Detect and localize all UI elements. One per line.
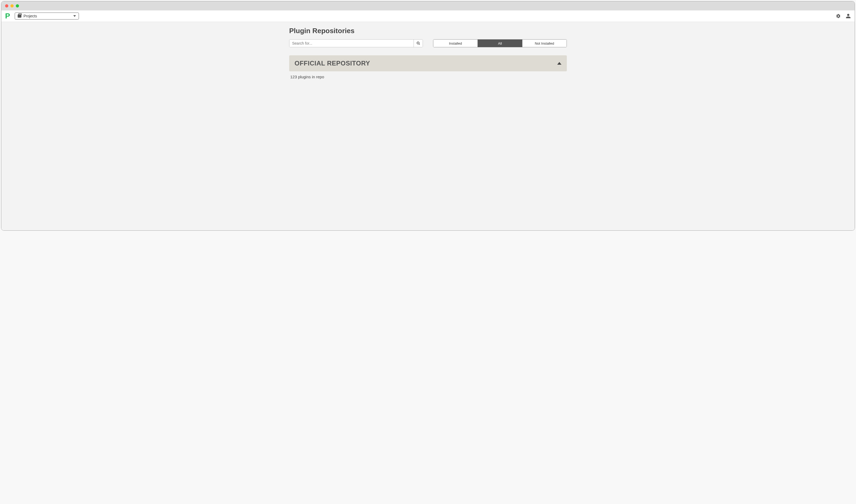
search-input[interactable] bbox=[289, 39, 414, 47]
search-icon bbox=[416, 41, 420, 45]
app-topbar: P Projects bbox=[1, 11, 855, 22]
section-heading: OFFICIAL REPOSITORY bbox=[294, 59, 370, 67]
window-close-dot[interactable] bbox=[5, 4, 8, 7]
search-group bbox=[289, 39, 423, 47]
window-minimize-dot[interactable] bbox=[11, 4, 14, 7]
caret-up-icon bbox=[557, 62, 562, 65]
user-profile-icon[interactable] bbox=[845, 13, 851, 19]
project-selector-label: Projects bbox=[23, 14, 37, 18]
chevron-down-icon bbox=[73, 15, 76, 17]
section-header[interactable]: OFFICIAL REPOSITORY bbox=[289, 55, 567, 71]
svg-point-0 bbox=[417, 42, 419, 44]
filter-row: Installed All Not Installed bbox=[289, 39, 567, 47]
content-area: Plugin Repositories Installed All Not In… bbox=[1, 22, 855, 230]
browser-titlebar bbox=[1, 1, 855, 11]
briefcase-icon bbox=[18, 14, 21, 18]
svg-line-1 bbox=[418, 44, 420, 45]
repo-count: 123 plugins in repo bbox=[289, 75, 567, 79]
tab-not-installed[interactable]: Not Installed bbox=[522, 39, 567, 47]
browser-window: P Projects Plugin Repositories bbox=[1, 1, 855, 231]
tab-all[interactable]: All bbox=[478, 39, 522, 47]
page-title: Plugin Repositories bbox=[289, 27, 567, 35]
search-button[interactable] bbox=[414, 39, 423, 47]
tab-installed[interactable]: Installed bbox=[433, 39, 478, 47]
settings-gear-icon[interactable] bbox=[836, 14, 841, 18]
filter-tabs: Installed All Not Installed bbox=[433, 39, 567, 47]
app-logo: P bbox=[5, 13, 10, 19]
project-selector[interactable]: Projects bbox=[15, 13, 79, 19]
window-maximize-dot[interactable] bbox=[16, 4, 19, 7]
